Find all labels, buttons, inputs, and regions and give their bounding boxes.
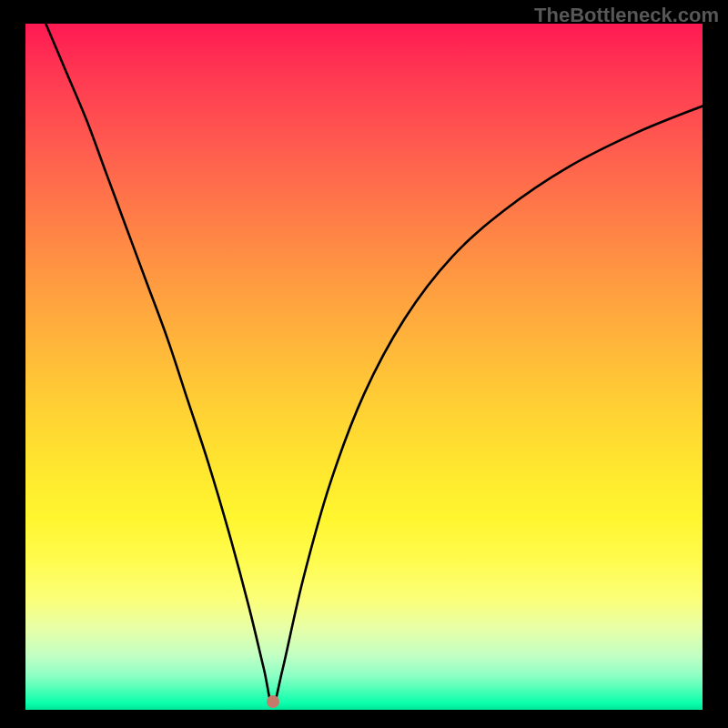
minimum-dot	[267, 695, 279, 708]
watermark-text: TheBottleneck.com	[534, 4, 719, 27]
chart-stage: TheBottleneck.com	[0, 0, 728, 728]
gradient-background	[25, 24, 703, 710]
plot-area	[25, 24, 703, 710]
